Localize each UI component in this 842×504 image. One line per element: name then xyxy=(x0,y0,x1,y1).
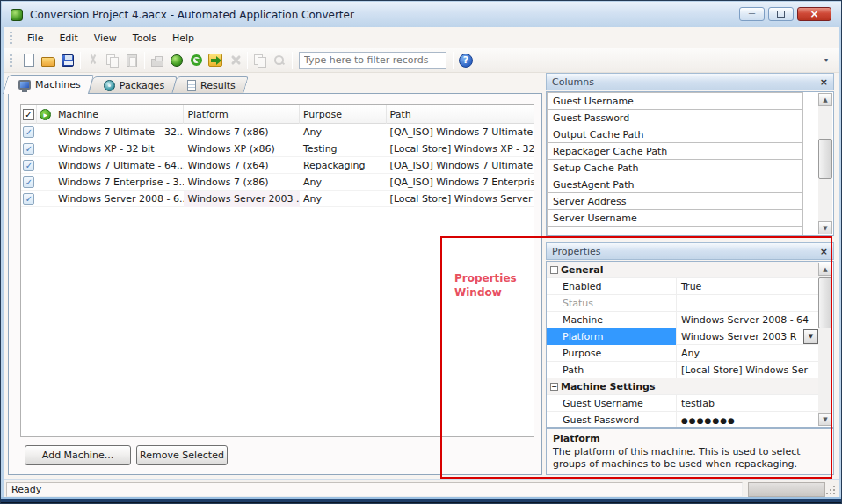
tab-strip: Machines Packages Results xyxy=(10,75,250,94)
scroll-up-icon[interactable] xyxy=(818,93,832,106)
column-header-machine[interactable]: Machine xyxy=(54,105,185,124)
column-item[interactable]: Server Username xyxy=(547,209,803,227)
row-checkbox[interactable] xyxy=(23,143,34,155)
column-item[interactable]: Repackager Cache Path xyxy=(547,142,803,160)
help-button[interactable] xyxy=(456,51,475,70)
properties-scrollbar[interactable] xyxy=(818,263,832,426)
column-header-purpose[interactable]: Purpose xyxy=(300,105,387,124)
status-bar: Ready xyxy=(4,479,839,498)
scroll-down-icon[interactable] xyxy=(818,413,832,426)
machine-row[interactable]: Windows 7 Ultimate - 32... Windows 7 (x8… xyxy=(21,124,534,140)
refresh-button[interactable] xyxy=(186,51,206,70)
properties-close-icon[interactable] xyxy=(820,247,828,256)
run-column-header[interactable] xyxy=(37,105,54,124)
menu-item-edit[interactable]: Edit xyxy=(51,30,85,47)
machine-row[interactable]: Windows 7 Ultimate - 64... Windows 7 (x6… xyxy=(21,157,534,174)
property-category-general[interactable]: General xyxy=(547,262,819,278)
property-row-machine[interactable]: Machine Windows Server 2008 - 64 xyxy=(547,312,819,328)
restore-button[interactable] xyxy=(768,7,794,21)
scrollbar-thumb[interactable] xyxy=(818,277,832,328)
machine-row[interactable]: Windows XP - 32 bit Windows XP (x86) Tes… xyxy=(21,140,534,157)
tab-results[interactable]: Results xyxy=(178,76,246,94)
cut-icon xyxy=(87,54,99,67)
print-button xyxy=(148,51,167,70)
open-folder-icon xyxy=(41,57,55,67)
paste-button xyxy=(122,51,142,70)
scroll-up-icon[interactable] xyxy=(818,263,832,276)
resize-grip[interactable] xyxy=(826,486,836,495)
menu-item-file[interactable]: File xyxy=(19,30,51,47)
row-checkbox[interactable] xyxy=(23,160,34,171)
add-machine-button[interactable]: Add Machine... xyxy=(25,445,131,465)
columns-close-icon[interactable] xyxy=(820,77,828,87)
property-description: Platform The platform of this machine. T… xyxy=(546,428,834,475)
column-item-clipped[interactable] xyxy=(547,226,803,236)
column-item[interactable]: Output Cache Path xyxy=(547,126,803,143)
column-header-platform[interactable]: Platform xyxy=(184,105,300,124)
collapse-icon[interactable] xyxy=(550,383,558,391)
columns-scrollbar[interactable] xyxy=(818,93,832,234)
printer-icon xyxy=(151,59,163,67)
close-button[interactable] xyxy=(797,7,831,21)
column-item[interactable]: Guest Password xyxy=(547,109,803,126)
property-description-title: Platform xyxy=(553,433,827,444)
property-row-status[interactable]: Status xyxy=(547,295,819,312)
app-icon xyxy=(11,9,23,21)
search-icon xyxy=(273,54,286,67)
column-item[interactable]: GuestAgent Path xyxy=(547,176,803,193)
menu-gripper[interactable] xyxy=(10,32,12,44)
column-item[interactable]: Guest Username xyxy=(547,92,803,110)
column-item[interactable]: Server Address xyxy=(547,192,803,210)
menu-item-help[interactable]: Help xyxy=(164,30,202,47)
new-document-icon xyxy=(24,54,34,67)
columns-panel-title: Columns xyxy=(552,76,594,88)
row-checkbox[interactable] xyxy=(23,176,34,188)
open-button[interactable] xyxy=(39,51,58,70)
title-bar[interactable]: Conversion Project 4.aacx - Automated Ap… xyxy=(2,2,842,27)
tab-machines[interactable]: Machines xyxy=(10,75,91,94)
converter-button[interactable] xyxy=(167,51,186,70)
converter-orb-icon xyxy=(171,54,183,67)
chevron-down-icon xyxy=(824,56,828,64)
window-title: Conversion Project 4.aacx - Automated Ap… xyxy=(30,9,354,21)
export-button[interactable] xyxy=(206,51,225,70)
select-all-checkbox[interactable] xyxy=(23,109,34,120)
filter-input[interactable] xyxy=(299,52,446,69)
menu-item-tools[interactable]: Tools xyxy=(125,30,164,47)
results-document-icon xyxy=(187,80,196,91)
menu-item-view[interactable]: View xyxy=(86,30,125,47)
row-checkbox[interactable] xyxy=(23,193,34,205)
status-progress-panel xyxy=(748,482,825,497)
property-row-path[interactable]: Path [Local Store] Windows Ser xyxy=(547,362,819,378)
duplicate-button xyxy=(250,51,270,70)
property-row-platform[interactable]: Platform Windows Server 2003 R xyxy=(547,328,819,345)
minimize-button[interactable] xyxy=(739,7,765,21)
property-row-guest-username[interactable]: Guest Username testlab xyxy=(547,395,819,412)
column-item[interactable]: Setup Cache Path xyxy=(547,159,803,176)
remove-selected-button[interactable]: Remove Selected xyxy=(136,445,228,465)
collapse-icon[interactable] xyxy=(550,266,558,274)
scrollbar-thumb[interactable] xyxy=(818,139,832,179)
row-checkbox[interactable] xyxy=(23,126,34,138)
toolbar-overflow-button[interactable] xyxy=(817,51,836,70)
toolbar-separator xyxy=(247,52,248,69)
platform-dropdown-button[interactable] xyxy=(803,329,818,344)
save-button[interactable] xyxy=(58,51,77,70)
machine-row[interactable]: Windows 7 Enterprise - 3... Windows 7 (x… xyxy=(21,174,534,191)
scroll-down-icon[interactable] xyxy=(818,221,832,234)
properties-panel-header[interactable]: Properties xyxy=(546,242,834,260)
property-row-guest-password[interactable]: Guest Password ●●●●●●● xyxy=(547,412,819,428)
copy-button xyxy=(103,51,122,70)
property-row-purpose[interactable]: Purpose Any xyxy=(547,345,819,362)
machine-row[interactable]: Windows Server 2008 - 6... Windows Serve… xyxy=(21,191,534,207)
toolbar-separator xyxy=(292,52,293,69)
columns-panel-header[interactable]: Columns xyxy=(546,73,834,90)
save-icon xyxy=(62,54,74,67)
toolbar-gripper[interactable] xyxy=(10,54,12,67)
new-button[interactable] xyxy=(19,51,39,70)
property-row-enabled[interactable]: Enabled True xyxy=(547,278,819,295)
property-category-machine-settings[interactable]: Machine Settings xyxy=(547,378,819,395)
tab-packages[interactable]: Packages xyxy=(95,76,175,94)
column-header-path[interactable]: Path xyxy=(387,105,534,124)
window-frame-bottom xyxy=(1,497,842,503)
